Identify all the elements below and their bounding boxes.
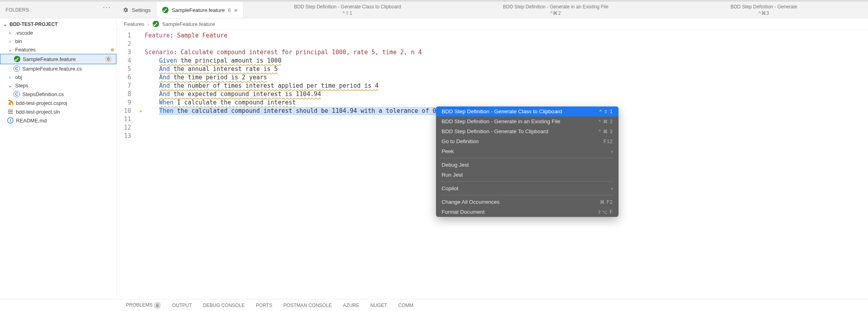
feature-icon bbox=[153, 21, 159, 27]
chevron-down-icon: ⌄ bbox=[7, 83, 13, 89]
ctx-item[interactable]: BDD Step Definition - Generate in an Exi… bbox=[436, 116, 619, 126]
ctx-item[interactable]: Change All Occurrences⌘ F2 bbox=[436, 197, 619, 207]
file-explorer: ⌄ BDD-TEST-PROJECT ›.vscode ›bin ⌄Featur… bbox=[0, 18, 117, 299]
chevron-right-icon: › bbox=[611, 148, 613, 154]
ctx-item-label: Copilot bbox=[442, 185, 458, 191]
panel-postman[interactable]: POSTMAN CONSOLE bbox=[283, 303, 332, 308]
chevron-down-icon: ⌄ bbox=[7, 47, 13, 53]
ctx-item[interactable]: Go to DefinitionF12 bbox=[436, 136, 619, 146]
ctx-item-label: Debug Jest bbox=[442, 162, 469, 168]
tab-row: Settings SampleFeature.feature 6 × BDD S… bbox=[117, 2, 868, 18]
ctx-item-label: BDD Step Definition - Generate Class to … bbox=[442, 108, 562, 114]
hint-1-label: BDD Step Definition - Generate Class to … bbox=[294, 4, 401, 10]
ctx-item-shortcut: ^ ⌘ 3 bbox=[599, 129, 613, 134]
ctx-item-shortcut: ⇧⌥ F bbox=[597, 209, 613, 215]
breadcrumb-root: Features bbox=[124, 21, 144, 27]
folder-bin[interactable]: ›bin bbox=[0, 37, 116, 45]
panel-ports[interactable]: PORTS bbox=[256, 303, 272, 308]
tab-file-label: SampleFeature.feature bbox=[172, 7, 225, 13]
file-readme[interactable]: README.md bbox=[0, 116, 116, 125]
ctx-item-label: Format Document bbox=[442, 209, 485, 215]
ctx-item[interactable]: Copilot› bbox=[436, 183, 619, 193]
ctx-item-label: Change All Occurrences bbox=[442, 199, 500, 205]
ctx-item[interactable]: Debug Jest bbox=[436, 160, 619, 170]
tab-settings-label: Settings bbox=[132, 7, 151, 13]
ctx-item-shortcut: ^ ⇧ 1 bbox=[599, 109, 613, 114]
command-hints: BDD Step Definition - Generate Class to … bbox=[244, 2, 868, 18]
ctx-item-label: Run Jest bbox=[442, 172, 463, 178]
bottom-panel: PROBLEMS 6 OUTPUT DEBUG CONSOLE PORTS PO… bbox=[0, 299, 868, 311]
file-csproj[interactable]: bdd-test-project.csproj bbox=[0, 98, 116, 107]
folders-label: FOLDERS bbox=[6, 7, 29, 13]
chevron-right-icon: › bbox=[147, 21, 149, 27]
hint-3-shortcut: ^⌘3 bbox=[758, 10, 769, 16]
ctx-item[interactable]: Format Document⇧⌥ F bbox=[436, 207, 619, 217]
panel-debug-console[interactable]: DEBUG CONSOLE bbox=[203, 303, 245, 308]
folder-vscode[interactable]: ›.vscode bbox=[0, 29, 116, 37]
panel-azure[interactable]: AZURE bbox=[343, 303, 359, 308]
main: ⌄ BDD-TEST-PROJECT ›.vscode ›bin ⌄Featur… bbox=[0, 18, 868, 299]
tab-settings[interactable]: Settings bbox=[117, 2, 157, 18]
ctx-item[interactable]: BDD Step Definition - Generate Class to … bbox=[436, 106, 619, 116]
file-sample-feature-cs[interactable]: CSampleFeature.feature.cs bbox=[0, 64, 116, 73]
chevron-right-icon: › bbox=[7, 30, 13, 36]
more-icon[interactable]: ··· bbox=[103, 3, 111, 12]
feature-icon bbox=[162, 7, 169, 13]
lines-icon bbox=[7, 108, 14, 115]
panel-output[interactable]: OUTPUT bbox=[172, 303, 192, 308]
context-menu: BDD Step Definition - Generate Class to … bbox=[436, 106, 619, 217]
ctx-item[interactable]: BDD Step Definition - Generate To Clipbo… bbox=[436, 126, 619, 136]
project-root-label: BDD-TEST-PROJECT bbox=[10, 22, 58, 27]
xml-icon bbox=[7, 100, 14, 106]
file-steps-definition[interactable]: CStepsDefinition.cs bbox=[0, 90, 116, 98]
folder-obj[interactable]: ›obj bbox=[0, 73, 116, 81]
feature-icon bbox=[14, 56, 20, 62]
ctx-item-label: BDD Step Definition - Generate in an Exi… bbox=[442, 118, 560, 124]
hint-2-label: BDD Step Definition - Generate in an Exi… bbox=[503, 4, 609, 10]
svg-rect-1 bbox=[10, 120, 11, 122]
project-root[interactable]: ⌄ BDD-TEST-PROJECT bbox=[0, 20, 116, 29]
gutter: 12345678910111213 bbox=[117, 30, 137, 299]
panel-nuget[interactable]: NUGET bbox=[370, 303, 387, 308]
hint-2[interactable]: BDD Step Definition - Generate in an Exi… bbox=[452, 2, 660, 18]
hint-1-shortcut: ^⇧1 bbox=[342, 10, 352, 16]
ctx-item-label: BDD Step Definition - Generate To Clipbo… bbox=[442, 128, 548, 134]
code-body[interactable]: Feature: Sample Feature Scenario: Calcul… bbox=[137, 30, 447, 299]
hint-3[interactable]: BDD Step Definition - Generate ^⌘3 bbox=[660, 2, 868, 18]
sidebar-header: FOLDERS ··· bbox=[0, 2, 117, 18]
ctx-item-shortcut: ^ ⌘ 2 bbox=[599, 119, 613, 124]
csharp-icon: C bbox=[14, 91, 20, 97]
top-bar: FOLDERS ··· Settings SampleFeature.featu… bbox=[0, 0, 868, 18]
hint-3-label: BDD Step Definition - Generate bbox=[731, 4, 797, 10]
file-sample-feature[interactable]: SampleFeature.feature6 bbox=[0, 54, 116, 64]
info-icon bbox=[7, 117, 14, 124]
tab-file-badge: 6 bbox=[228, 7, 231, 13]
ctx-item-shortcut: F12 bbox=[603, 139, 613, 144]
panel-problems[interactable]: PROBLEMS 6 bbox=[126, 302, 161, 309]
breadcrumb-file: SampleFeature.feature bbox=[162, 21, 215, 27]
chevron-down-icon: ⌄ bbox=[2, 22, 8, 27]
hint-1[interactable]: BDD Step Definition - Generate Class to … bbox=[244, 2, 452, 18]
ctx-item-shortcut: ⌘ F2 bbox=[600, 199, 613, 205]
modified-dot-icon bbox=[111, 48, 114, 51]
chevron-right-icon: › bbox=[7, 74, 13, 80]
ctx-item[interactable]: Run Jest bbox=[436, 170, 619, 180]
ctx-item-label: Go to Definition bbox=[442, 138, 479, 144]
folder-features[interactable]: ⌄Features bbox=[0, 45, 116, 54]
tab-feature-file[interactable]: SampleFeature.feature 6 × bbox=[157, 2, 244, 18]
chevron-right-icon: › bbox=[7, 38, 13, 44]
file-sln[interactable]: bdd-test-project.sln bbox=[0, 107, 116, 116]
hint-2-shortcut: ^⌘2 bbox=[550, 10, 561, 16]
folder-steps[interactable]: ⌄Steps bbox=[0, 81, 116, 90]
panel-comm[interactable]: COMM bbox=[398, 303, 413, 308]
chevron-right-icon: › bbox=[611, 185, 613, 191]
svg-rect-2 bbox=[10, 119, 11, 120]
breadcrumb[interactable]: Features › SampleFeature.feature bbox=[117, 18, 868, 30]
problem-count: 6 bbox=[105, 55, 112, 63]
sparkle-icon[interactable]: ✦ bbox=[139, 107, 143, 115]
ctx-item[interactable]: Peek› bbox=[436, 146, 619, 156]
csharp-icon: C bbox=[14, 65, 20, 72]
ctx-item-label: Peek bbox=[442, 148, 454, 154]
close-icon[interactable]: × bbox=[234, 7, 238, 14]
gear-icon bbox=[122, 7, 129, 13]
